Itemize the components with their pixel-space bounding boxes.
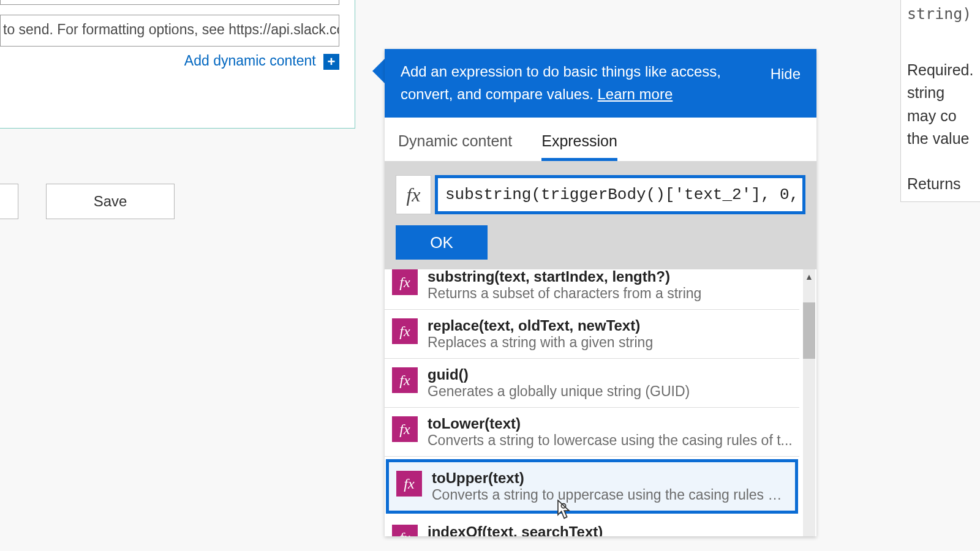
fx-icon: fx [392, 416, 418, 442]
fn-name: replace(text, oldText, newText) [428, 317, 793, 334]
tabs: Dynamic content Expression [385, 118, 816, 162]
side-line4: the value [907, 127, 976, 151]
fn-desc: Converts a string to uppercase using the… [432, 487, 789, 503]
fn-item-replace[interactable]: fx replace(text, oldText, newText) Repla… [385, 310, 799, 359]
fx-icon: fx [392, 525, 418, 536]
plus-icon: + [323, 54, 339, 70]
side-line3: may co [907, 105, 976, 128]
input-outline-top [0, 0, 339, 5]
panel-header-desc: Add an expression to do basic things lik… [401, 63, 721, 102]
fn-desc: Converts a string to lowercase using the… [428, 432, 793, 449]
fx-icon: fx [392, 318, 418, 344]
save-button[interactable]: Save [46, 184, 175, 219]
ok-row: OK [385, 220, 816, 269]
message-input[interactable]: to send. For formatting options, see htt… [0, 15, 339, 47]
side-line2: string [907, 81, 976, 105]
expression-panel: Add an expression to do basic things lik… [385, 49, 816, 536]
fn-name: toLower(text) [428, 415, 793, 432]
tab-expression[interactable]: Expression [541, 132, 617, 161]
learn-more-link[interactable]: Learn more [598, 86, 673, 102]
side-line1: Required. [907, 59, 976, 82]
expression-input[interactable] [445, 186, 795, 204]
panel-header: Add an expression to do basic things lik… [385, 49, 816, 118]
side-top-mono: string) [907, 2, 976, 26]
ok-button[interactable]: OK [396, 225, 488, 260]
function-list: fx substring(text, startIndex, length?) … [385, 269, 816, 536]
save-button-label: Save [94, 193, 127, 210]
action-card: to send. For formatting options, see htt… [0, 0, 355, 129]
scrollbar-thumb[interactable] [803, 302, 815, 359]
panel-header-text: Add an expression to do basic things lik… [401, 60, 744, 105]
expression-input-wrap [435, 175, 805, 214]
fn-item-guid[interactable]: fx guid() Generates a globally unique st… [385, 359, 799, 408]
add-dynamic-content-label: Add dynamic content [184, 53, 316, 69]
add-dynamic-content-link[interactable]: Add dynamic content + [0, 53, 339, 70]
hide-link[interactable]: Hide [771, 60, 801, 85]
tab-dynamic-content[interactable]: Dynamic content [398, 132, 512, 161]
scroll-up-icon[interactable]: ▲ [803, 271, 815, 283]
expression-input-row: fx [385, 162, 816, 220]
fn-item-toupper[interactable]: fx toUpper(text) Converts a string to up… [386, 459, 798, 514]
fn-name: toUpper(text) [432, 470, 789, 487]
side-returns: Returns [907, 173, 976, 196]
fn-item-indexof[interactable]: fx indexOf(text, searchText) [385, 516, 799, 536]
fn-item-tolower[interactable]: fx toLower(text) Converts a string to lo… [385, 408, 799, 457]
fn-desc: Generates a globally unique string (GUID… [428, 383, 793, 400]
flyout-pointer [372, 58, 386, 84]
fn-desc: Returns a subset of characters from a st… [428, 285, 793, 302]
fn-item-substring[interactable]: fx substring(text, startIndex, length?) … [385, 269, 799, 310]
fn-name: guid() [428, 366, 793, 383]
hidden-button[interactable] [0, 184, 18, 219]
fn-desc: Replaces a string with a given string [428, 334, 793, 351]
fx-icon: fx [392, 367, 418, 393]
side-description-panel: string) Required. string may co the valu… [900, 0, 980, 202]
fn-name: indexOf(text, searchText) [428, 523, 793, 536]
fx-icon: fx [392, 269, 418, 295]
fx-icon: fx [396, 175, 431, 214]
fx-icon: fx [396, 471, 422, 497]
fn-name: substring(text, startIndex, length?) [428, 269, 793, 285]
